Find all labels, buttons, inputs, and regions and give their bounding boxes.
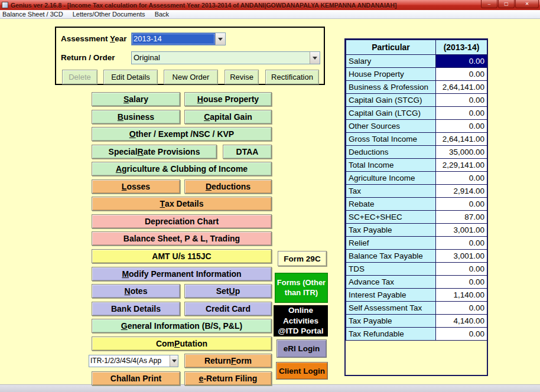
value-cell[interactable]: 0.00 (436, 302, 487, 315)
value-cell[interactable]: 0.00 (436, 276, 487, 289)
value-cell[interactable]: 3,001.00 (436, 250, 487, 263)
particular-cell[interactable]: Tax (346, 185, 436, 198)
particular-cell[interactable]: Self Assessment Tax (346, 302, 436, 315)
balance-sheet-pl-trading-button[interactable]: Balance Sheet, P & L, Trading (92, 231, 272, 246)
minimize-icon[interactable]: – (481, 0, 497, 8)
particular-cell[interactable]: Gross Total Income (346, 133, 436, 146)
particular-cell[interactable]: Salary (346, 55, 436, 68)
particular-cell[interactable]: Business & Profession (346, 81, 436, 94)
online-activities-itd-portal-button[interactable]: Online Activities @ITD Portal (274, 305, 328, 337)
value-cell[interactable]: 0.00 (436, 68, 487, 81)
maximize-icon[interactable]: ▢ (498, 0, 515, 8)
other-exempt-nsc-kvp-button[interactable]: Other / Exempt /NSC / KVP (92, 127, 272, 141)
particular-cell[interactable]: Other Sources (346, 120, 436, 133)
value-cell[interactable]: 0.00 (436, 198, 487, 211)
menu-balance-sheet-3cd[interactable]: Balance Sheet / 3CD (2, 11, 63, 18)
itr-form-value: ITR-1/2/3/4S/4(As App (89, 355, 170, 367)
notes-button[interactable]: Notes (92, 284, 180, 298)
client-login-button[interactable]: Client Login (276, 362, 328, 380)
value-cell[interactable]: 87.00 (436, 211, 487, 224)
summary-row: Deductions35,000.00 (346, 146, 487, 159)
particular-cell[interactable]: Rebate (346, 198, 436, 211)
particular-cell[interactable]: Tax Payable (346, 315, 436, 328)
particular-cell[interactable]: SC+EC+SHEC (346, 211, 436, 224)
forms-other-than-itr-button[interactable]: Forms (Other than ITR) (275, 273, 328, 303)
summary-row: TDS0.00 (346, 263, 487, 276)
value-cell[interactable]: 0.00 (436, 172, 487, 185)
business-button[interactable]: Business (92, 110, 180, 124)
particular-cell[interactable]: Tax Refundable (346, 328, 436, 341)
menu-letters-other-documents[interactable]: Letters/Other Documents (73, 11, 145, 18)
close-icon[interactable]: ✕ (515, 0, 539, 8)
value-cell[interactable]: 1,140.00 (436, 289, 487, 302)
general-information-button[interactable]: General Information (B/S, P&L) (92, 319, 272, 333)
depreciation-chart-button[interactable]: Depreciation Chart (92, 214, 272, 228)
return-order-select[interactable]: Original (131, 51, 320, 64)
menu-back[interactable]: Back (155, 11, 169, 18)
eri-login-button[interactable]: eRI Login (276, 339, 327, 358)
tax-details-button[interactable]: Tax Details (92, 197, 272, 211)
particular-cell[interactable]: Balance Tax Payable (346, 250, 436, 263)
credit-card-button[interactable]: Credit Card (184, 302, 272, 316)
chevron-down-icon[interactable] (310, 52, 320, 64)
value-cell[interactable]: 0.00 (436, 263, 487, 276)
return-form-button[interactable]: Return Form (184, 354, 272, 368)
app-icon (2, 2, 8, 8)
value-cell[interactable]: 0.00 (436, 120, 487, 133)
value-cell[interactable]: 0.00 (436, 107, 487, 120)
value-cell[interactable]: 35,000.00 (436, 146, 487, 159)
modify-permanent-information-button[interactable]: Modify Permanent Information (92, 267, 272, 281)
summary-row: House Property0.00 (346, 68, 487, 81)
particular-cell[interactable]: Capital Gain (LTCG) (346, 107, 436, 120)
house-property-button[interactable]: House Property (184, 92, 272, 106)
value-cell[interactable]: 0.00 (436, 237, 487, 250)
e-return-filing-button[interactable]: e-Return Filing (184, 371, 272, 386)
particular-cell[interactable]: Tax Payable (346, 224, 436, 237)
edit-details-button[interactable]: Edit Details (103, 70, 158, 84)
agriculture-clubbing-button[interactable]: Agriculture & Clubbing of Income (92, 162, 272, 176)
dtaa-button[interactable]: DTAA (223, 145, 272, 159)
itr-form-select[interactable]: ITR-1/2/3/4S/4(As App (89, 355, 178, 367)
particular-cell[interactable]: Deductions (346, 146, 436, 159)
value-cell[interactable]: 2,914.00 (436, 185, 487, 198)
value-cell[interactable]: 0.00 (436, 328, 487, 341)
particular-cell[interactable]: Interest Payable (346, 289, 436, 302)
value-cell[interactable]: 2,64,141.00 (436, 133, 487, 146)
chevron-down-icon[interactable] (170, 355, 178, 367)
particular-cell[interactable]: Agriculture Income (346, 172, 436, 185)
special-rate-provisions-button[interactable]: Special Rate Provisions (92, 145, 217, 159)
challan-print-button[interactable]: Challan Print (92, 371, 180, 386)
capital-gain-button[interactable]: Capital Gain (184, 110, 272, 124)
value-cell[interactable]: 2,64,141.00 (436, 81, 487, 94)
particular-cell[interactable]: Advance Tax (346, 276, 436, 289)
summary-row: Agriculture Income0.00 (346, 172, 487, 185)
salary-button[interactable]: Salary (92, 92, 180, 106)
value-cell[interactable]: 2,29,141.00 (436, 159, 487, 172)
new-order-button[interactable]: New Order (164, 70, 218, 84)
value-cell[interactable]: 4,140.00 (436, 315, 487, 328)
particular-cell[interactable]: Capital Gain (STCG) (346, 94, 436, 107)
year-header: (2013-14) (436, 40, 487, 55)
bank-details-button[interactable]: Bank Details (92, 302, 180, 316)
summary-row: Relief0.00 (346, 237, 487, 250)
particular-cell[interactable]: Relief (346, 237, 436, 250)
delete-button[interactable]: Delete (62, 70, 97, 84)
losses-button[interactable]: Losses (92, 179, 180, 194)
amt-115jc-button[interactable]: AMT U/s 115JC (92, 249, 272, 263)
particular-cell[interactable]: House Property (346, 68, 436, 81)
value-cell[interactable]: 0.00 (436, 55, 487, 68)
particular-cell[interactable]: TDS (346, 263, 436, 276)
computation-button[interactable]: ComPutation (92, 337, 272, 351)
particular-cell[interactable]: Total Income (346, 159, 436, 172)
setup-button[interactable]: SetUp (184, 284, 272, 298)
summary-row: Salary0.00 (346, 55, 487, 68)
summary-row: Gross Total Income2,64,141.00 (346, 133, 487, 146)
revise-button[interactable]: Revise (225, 70, 259, 84)
value-cell[interactable]: 3,001.00 (436, 224, 487, 237)
form-29c-button[interactable]: Form 29C (278, 251, 327, 266)
value-cell[interactable]: 0.00 (436, 94, 487, 107)
deductions-button[interactable]: Deductions (184, 179, 272, 194)
rectification-button[interactable]: Rectification (265, 70, 319, 84)
chevron-down-icon[interactable] (215, 33, 225, 45)
assessment-year-select[interactable]: 2013-14 (131, 32, 226, 45)
